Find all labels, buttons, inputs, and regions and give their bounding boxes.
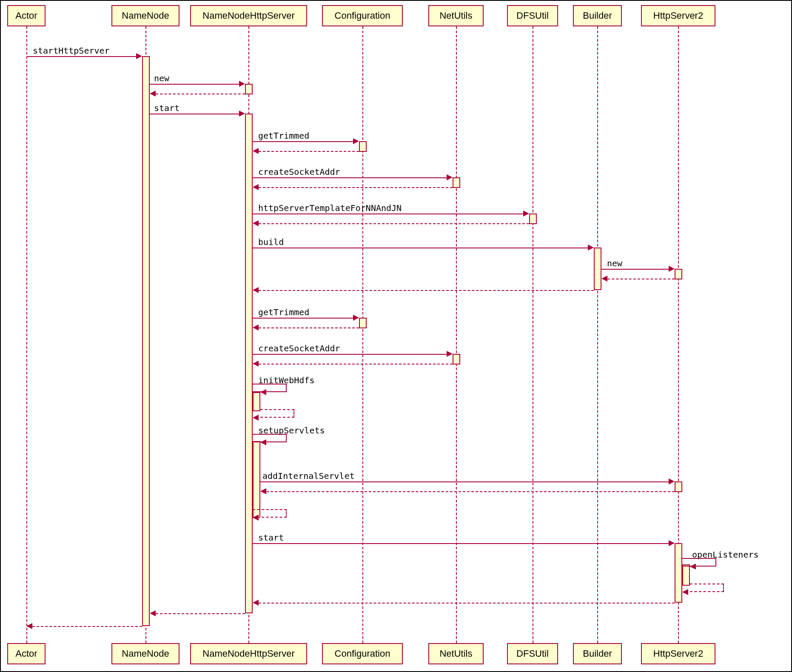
msg-new2: new [607, 258, 622, 268]
participant-builder-top: Builder [573, 5, 622, 26]
arrowhead-return-createsocketaddr1 [253, 184, 259, 190]
msg-gettrimmed1: getTrimmed [258, 131, 309, 141]
arrow-starthttpserver [26, 56, 136, 57]
selfreturn-initwebhdfs [260, 409, 294, 418]
lifeline-configuration [362, 26, 363, 643]
arrow-gettrimmed2 [253, 318, 353, 319]
arrow-createsocketaddr2 [253, 354, 447, 355]
return-new1 [156, 94, 245, 94]
arrowhead-return-gettrimmed1 [253, 148, 259, 154]
arrowhead-return-createsocketaddr2 [253, 361, 259, 367]
arrowhead-initwebhdfs [260, 389, 266, 395]
msg-new1: new [154, 73, 169, 83]
lifeline-netutils [456, 26, 457, 643]
activation-http2-openlisteners [682, 564, 690, 586]
participant-nnhttpserver-top: NameNodeHttpServer [190, 5, 307, 26]
arrowhead-start2 [669, 540, 675, 546]
arrowhead-return-gettrimmed2 [253, 325, 259, 330]
arrowhead-start1 [239, 111, 245, 117]
participant-httpserver2-top: HttpServer2 [641, 5, 715, 26]
selfreturn-openlisteners [690, 584, 724, 592]
lifeline-dfsutil [533, 26, 533, 643]
activation-config-1 [359, 141, 367, 152]
return-gettrimmed2 [259, 327, 359, 328]
selfcall-initwebhdfs [253, 384, 287, 392]
msg-start1: start [154, 103, 179, 113]
participant-netutils-top: NetUtils [428, 5, 484, 26]
activation-http2-addservlet [675, 481, 682, 492]
return-new2 [607, 279, 675, 279]
activation-netutils-1 [453, 177, 460, 188]
arrowhead-return-httpservertemplate [253, 220, 259, 226]
activation-self-setupservlets [253, 441, 260, 518]
return-start1 [156, 613, 245, 614]
lifeline-builder [597, 26, 598, 643]
arrow-new1 [150, 84, 239, 85]
msg-addinternalservlet: addInternalServlet [262, 471, 355, 481]
participant-httpserver2-bottom: HttpServer2 [641, 643, 715, 664]
arrowhead-openlisteners [690, 564, 696, 569]
arrowhead-createsocketaddr2 [447, 351, 453, 357]
selfcall-setupservlets [253, 434, 287, 442]
activation-builder [594, 248, 601, 290]
activation-http2-start [675, 543, 682, 603]
msg-httpservertemplate: httpServerTemplateForNNAndJN [258, 203, 402, 213]
participant-netutils-bottom: NetUtils [428, 643, 484, 664]
participant-nnhttpserver-bottom: NameNodeHttpServer [190, 643, 307, 664]
activation-self-initwebhdfs [253, 392, 260, 411]
arrow-new2 [601, 269, 669, 270]
arrowhead-return-new1 [150, 91, 156, 97]
arrowhead-return-initwebhdfs [253, 415, 259, 421]
return-httpservertemplate [259, 223, 529, 224]
arrowhead-return-starthttpserver [26, 623, 32, 629]
participant-actor-top: Actor [7, 5, 46, 26]
msg-createsocketaddr1: createSocketAddr [258, 167, 340, 177]
arrowhead-httpservertemplate [523, 211, 529, 216]
arrow-start1 [150, 114, 239, 114]
msg-createsocketaddr2: createSocketAddr [258, 343, 340, 353]
arrowhead-gettrimmed1 [353, 138, 359, 144]
arrowhead-return-start1 [150, 610, 156, 616]
arrowhead-return-start2 [253, 600, 259, 606]
activation-netutils-2 [453, 354, 460, 364]
activation-namenode [142, 56, 150, 626]
arrowhead-return-build [253, 287, 259, 293]
return-start2 [259, 603, 675, 604]
participant-configuration-bottom: Configuration [322, 643, 403, 664]
arrowhead-setupservlets [260, 439, 266, 445]
activation-http2-new [675, 269, 682, 279]
arrow-createsocketaddr1 [253, 177, 447, 178]
return-addinternalservlet [266, 491, 675, 492]
msg-build: build [258, 237, 284, 247]
participant-actor-bottom: Actor [7, 643, 46, 664]
msg-gettrimmed2: getTrimmed [258, 307, 309, 317]
arrowhead-build [588, 245, 594, 251]
arrowhead-return-new2 [601, 276, 607, 282]
return-createsocketaddr2 [259, 364, 453, 364]
participant-dfsutil-bottom: DFSUtil [507, 643, 558, 664]
activation-dfsutil [529, 214, 537, 224]
arrowhead-new2 [669, 266, 675, 272]
activation-config-2 [359, 318, 367, 328]
arrow-httpservertemplate [253, 214, 523, 214]
lifeline-actor [26, 26, 27, 643]
activation-nnhttp-start [245, 114, 253, 613]
participant-configuration-top: Configuration [322, 5, 403, 26]
return-gettrimmed1 [259, 151, 359, 152]
participant-namenode-bottom: NameNode [111, 643, 179, 664]
return-starthttpserver [32, 626, 142, 627]
arrow-addinternalservlet [260, 481, 669, 482]
arrowhead-return-openlisteners [682, 589, 688, 595]
msg-start2: start [258, 532, 284, 543]
arrow-start2 [253, 543, 669, 544]
arrowhead-return-setupservlets [253, 515, 259, 521]
participant-dfsutil-top: DFSUtil [507, 5, 558, 26]
return-build [259, 290, 594, 291]
arrowhead-createsocketaddr1 [447, 174, 453, 180]
activation-nnhttp-new [245, 84, 253, 94]
participant-namenode-top: NameNode [111, 5, 179, 26]
arrow-gettrimmed1 [253, 141, 353, 142]
selfcall-openlisteners [682, 558, 716, 567]
sequence-diagram: Actor NameNode NameNodeHttpServer Config… [0, 0, 792, 672]
arrowhead-new1 [239, 81, 245, 87]
